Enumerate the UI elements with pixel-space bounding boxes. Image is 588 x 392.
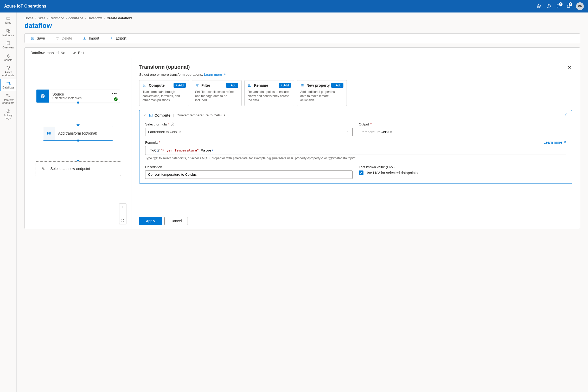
close-panel-button[interactable]: ✕ (567, 64, 572, 71)
asset-endpoints-icon (6, 66, 11, 70)
dataflow-enabled-label: Dataflow enabled: No (30, 51, 65, 55)
delete-step-button[interactable] (564, 113, 568, 118)
endpoint-node-label: Select dataflow endpoint (50, 167, 90, 171)
instances-icon (6, 29, 11, 33)
panel-subtitle: Select one or more transform operations. (139, 73, 203, 77)
source-node[interactable]: Source Selected Asset: oven ••• (36, 90, 120, 103)
lkv-checkbox-label: Use LKV for selected datapoints (366, 171, 418, 175)
edit-enabled-button[interactable]: Edit (69, 51, 84, 55)
nav-label: Sites (5, 21, 11, 24)
nav-label: Dataflows (2, 86, 14, 89)
save-button[interactable]: Save (30, 36, 45, 40)
svg-point-8 (9, 66, 10, 67)
op-card-filter: Filter + Add Set filter conditions to re… (192, 80, 242, 106)
add-filter-button[interactable]: + Add (226, 83, 238, 88)
flow-canvas[interactable]: Source Selected Asset: oven ••• Add tran (25, 58, 131, 229)
nav-assets[interactable]: Assets (0, 51, 16, 64)
lkv-checkbox[interactable] (359, 170, 363, 175)
nav-activity-logs[interactable]: Activity logs (0, 107, 16, 122)
export-button[interactable]: Export (110, 36, 126, 40)
description-label: Description (145, 165, 162, 169)
svg-rect-6 (7, 42, 10, 45)
toolbar: Save Delete Import Export (24, 33, 580, 43)
transform-icon (43, 126, 55, 140)
nav-instances[interactable]: Instances (0, 27, 16, 39)
formula-learn-more-link[interactable]: Learn more (544, 140, 566, 144)
avatar[interactable]: PA (576, 2, 584, 10)
svg-rect-21 (250, 84, 251, 86)
settings-icon[interactable] (536, 4, 541, 9)
zoom-in-button[interactable]: + (119, 204, 126, 210)
add-rename-button[interactable]: + Add (279, 83, 291, 88)
overview-icon (6, 41, 11, 46)
dataflows-icon (6, 81, 11, 86)
transform-node[interactable]: Add transform (optional) (43, 126, 113, 141)
source-node-icon (36, 90, 49, 103)
formula-input[interactable]: fToC(@"Fryer Temperature".Value) (145, 146, 566, 155)
assets-icon (6, 53, 11, 58)
add-new-property-button[interactable]: + Add (331, 83, 343, 88)
breadcrumb-item[interactable]: donut-line (68, 16, 83, 20)
import-button[interactable]: Import (82, 36, 99, 40)
breadcrumb-item[interactable]: Redmond (49, 16, 64, 20)
add-compute-button[interactable]: + Add (174, 83, 186, 88)
zoom-fit-button[interactable]: ⛶ (119, 217, 126, 224)
step-name: Convert temperature to Celsius (176, 113, 225, 117)
output-input[interactable] (359, 128, 566, 136)
svg-rect-20 (248, 84, 250, 86)
page-title: dataflow (24, 22, 580, 30)
delete-button: Delete (55, 36, 72, 40)
svg-point-2 (549, 7, 549, 7)
svg-rect-10 (7, 82, 8, 83)
transform-node-label: Add transform (optional) (55, 131, 101, 135)
svg-rect-12 (7, 94, 8, 95)
apply-button[interactable]: Apply (139, 217, 162, 225)
filter-icon (195, 83, 199, 87)
select-formula-dropdown[interactable]: Fahrenheit to Celsius (145, 128, 353, 136)
formula-label: Formula (145, 141, 158, 144)
op-desc: Rename datapoints to ensure clarity and … (248, 90, 291, 103)
svg-rect-13 (9, 96, 10, 97)
endpoint-node[interactable]: Select dataflow endpoint (35, 161, 121, 176)
collapse-button[interactable] (143, 113, 146, 117)
breadcrumb-item[interactable]: Dataflows (87, 16, 102, 20)
help-icon[interactable] (546, 4, 551, 9)
breadcrumb-item[interactable]: Home (24, 16, 34, 20)
source-node-menu[interactable]: ••• (112, 91, 117, 96)
output-label: Output (359, 122, 369, 126)
feedback-icon[interactable]: 1 (556, 4, 561, 9)
activity-logs-icon (6, 109, 11, 113)
svg-point-7 (7, 66, 8, 67)
nav-dataflows[interactable]: Dataflows (0, 79, 16, 91)
panel-title: Transform (optional) (139, 64, 226, 70)
feedback-badge: 1 (559, 2, 563, 6)
step-kind: Compute (149, 113, 170, 117)
breadcrumb: Home› Sites› Redmond› donut-line› Datafl… (24, 16, 580, 20)
cancel-button[interactable]: Cancel (164, 217, 188, 225)
nav-asset-endpoints[interactable]: Asset endpoints (0, 64, 16, 79)
zoom-out-button[interactable]: − (119, 210, 126, 217)
compute-icon (143, 83, 147, 87)
svg-rect-16 (49, 132, 50, 135)
info-icon[interactable]: i (171, 123, 174, 126)
compute-step: Compute | Convert temperature to Celsius… (139, 110, 572, 184)
description-input[interactable] (145, 170, 353, 179)
notifications-icon[interactable]: 1 (566, 4, 571, 9)
top-header: Azure IoT Operations 1 1 PA (0, 0, 588, 12)
dataflow-endpoints-icon (6, 93, 11, 98)
nav-dataflow-endpoints[interactable]: Dataflow endpoints (0, 91, 16, 107)
nav-sites[interactable]: Sites (0, 14, 16, 27)
nav-label: Asset endpoints (2, 71, 14, 77)
svg-rect-3 (7, 17, 10, 20)
panel-footer: Apply Cancel (131, 213, 580, 229)
svg-rect-15 (47, 132, 48, 135)
nav-overview[interactable]: Overview (0, 39, 16, 51)
notifications-badge: 1 (569, 2, 572, 6)
svg-rect-5 (8, 30, 10, 33)
nav-label: Overview (3, 46, 14, 49)
op-desc: Add additional properties to data to mak… (300, 90, 343, 103)
breadcrumb-item[interactable]: Sites (38, 16, 45, 20)
status-ok-icon (114, 97, 118, 101)
breadcrumb-current: Create dataflow (107, 16, 132, 20)
learn-more-link[interactable]: Learn more (204, 73, 226, 77)
